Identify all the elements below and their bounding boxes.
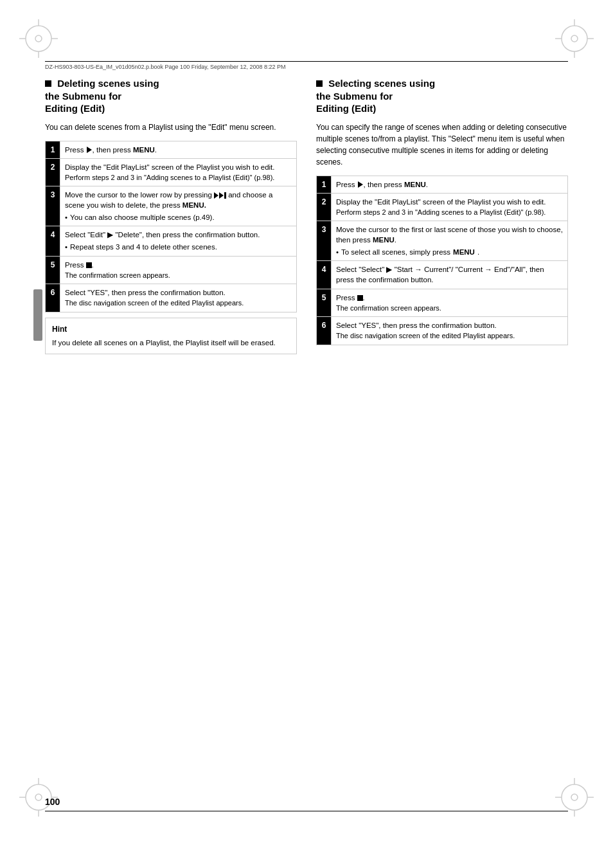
corner-decoration-tr <box>555 19 594 58</box>
right-step-4-content: Select "Select" ▶ "Start → Current"/ "Cu… <box>331 261 567 288</box>
right-steps-container: 1 Press , then press MENU. 2 Display the… <box>316 176 568 345</box>
svg-point-18 <box>562 784 587 810</box>
svg-point-1 <box>35 35 42 42</box>
svg-point-7 <box>571 35 578 42</box>
left-title-text: Deleting scenes usingthe Submenu forEdit… <box>45 78 159 114</box>
step-2-content: Display the "Edit PlayList" screen of th… <box>60 159 296 186</box>
step-5-content: Press . The confirmation screen appears. <box>60 257 296 284</box>
left-step-1: 1 Press , then press MENU. <box>46 141 296 159</box>
right-step-5: 5 Press . The confirmation screen appear… <box>317 289 567 317</box>
step-4-bullet: Repeat steps 3 and 4 to delete other sce… <box>65 242 292 252</box>
hint-box: Hint If you delete all scenes on a Playl… <box>45 318 297 354</box>
right-step-num-5: 5 <box>317 289 331 316</box>
left-intro: You can delete scenes from a Playlist us… <box>45 122 297 133</box>
right-step-6: 6 Select "YES", then press the confirmat… <box>317 317 567 344</box>
right-step-num-3: 3 <box>317 221 331 260</box>
left-section-title: Deleting scenes usingthe Submenu forEdit… <box>45 77 297 115</box>
play-icon-rs1 <box>358 181 363 188</box>
step-num-6: 6 <box>46 284 60 311</box>
right-intro: You can specify the range of scenes when… <box>316 122 568 168</box>
header-text: DZ-HS903-803-US-Ea_IM_v01d05n02.p.book P… <box>45 64 286 70</box>
hint-title: Hint <box>52 323 290 335</box>
left-step-6: 6 Select "YES", then press the confirmat… <box>46 284 296 311</box>
header-bar: DZ-HS903-803-US-Ea_IM_v01d05n02.p.book P… <box>45 61 568 70</box>
svg-point-0 <box>26 26 51 51</box>
gray-side-bar <box>33 289 42 341</box>
step-3-bullet: You can also choose multiple scenes (p.4… <box>65 212 292 222</box>
right-step-num-4: 4 <box>317 261 331 288</box>
right-step-2: 2 Display the "Edit PlayList" screen of … <box>317 194 567 221</box>
corner-decoration-tl <box>19 19 58 58</box>
right-step-3-content: Move the cursor to the first or last sce… <box>331 221 567 260</box>
step-num-1: 1 <box>46 141 60 158</box>
right-step-num-1: 1 <box>317 176 331 193</box>
hint-text: If you delete all scenes on a Playlist, … <box>52 338 290 348</box>
step-6-content: Select "YES", then press the confirmatio… <box>60 284 296 311</box>
stop-icon-s5 <box>86 262 92 268</box>
right-step-3-bullet: To select all scenes, simply press MENU. <box>336 247 563 257</box>
right-title-square-icon <box>316 80 323 87</box>
right-title-text: Selecting scenes usingthe Submenu forEdi… <box>316 78 435 114</box>
right-step-1-content: Press , then press MENU. <box>331 176 567 193</box>
stop-icon-rs5 <box>357 295 363 301</box>
step-3-content: Move the cursor to the lower row by pres… <box>60 186 296 226</box>
left-step-3: 3 Move the cursor to the lower row by pr… <box>46 186 296 226</box>
step-4-content: Select "Edit" ▶ "Delete", then press the… <box>60 226 296 255</box>
left-steps-container: 1 Press , then press MENU. 2 Display the… <box>45 141 297 312</box>
play-icon-s1 <box>87 147 92 153</box>
left-step-4: 4 Select "Edit" ▶ "Delete", then press t… <box>46 226 296 256</box>
right-step-num-2: 2 <box>317 194 331 221</box>
svg-point-19 <box>571 794 578 800</box>
page: DZ-HS903-803-US-Ea_IM_v01d05n02.p.book P… <box>0 0 613 868</box>
left-column: Deleting scenes usingthe Submenu forEdit… <box>45 77 297 784</box>
right-step-5-content: Press . The confirmation screen appears. <box>331 289 567 316</box>
right-step-num-6: 6 <box>317 317 331 344</box>
right-section-title: Selecting scenes usingthe Submenu forEdi… <box>316 77 568 115</box>
bottom-divider <box>45 811 568 811</box>
left-step-2: 2 Display the "Edit PlayList" screen of … <box>46 159 296 186</box>
step-num-5: 5 <box>46 257 60 284</box>
main-content: Deleting scenes usingthe Submenu forEdit… <box>45 77 568 784</box>
step-1-content: Press , then press MENU. <box>60 141 296 158</box>
left-step-5: 5 Press . The confirmation screen appear… <box>46 257 296 284</box>
right-step-3: 3 Move the cursor to the first or last s… <box>317 221 567 261</box>
step-num-2: 2 <box>46 159 60 186</box>
step-num-3: 3 <box>46 186 60 226</box>
right-step-6-content: Select "YES", then press the confirmatio… <box>331 317 567 344</box>
page-number: 100 <box>45 797 60 807</box>
svg-point-13 <box>35 794 42 800</box>
right-step-2-content: Display the "Edit PlayList" screen of th… <box>331 194 567 221</box>
title-square-icon <box>45 80 51 87</box>
ff-icon-s3 <box>214 192 226 199</box>
step-num-4: 4 <box>46 226 60 255</box>
right-step-4: 4 Select "Select" ▶ "Start → Current"/ "… <box>317 261 567 289</box>
right-step-1: 1 Press , then press MENU. <box>317 176 567 194</box>
right-column: Selecting scenes usingthe Submenu forEdi… <box>316 77 568 784</box>
svg-point-6 <box>562 26 587 51</box>
